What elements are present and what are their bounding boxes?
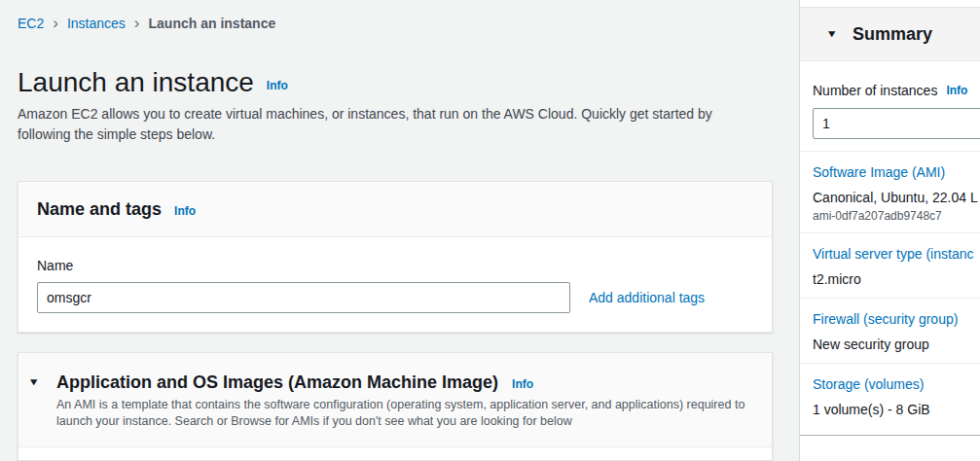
page-title-row: Launch an instance Info [18,68,773,97]
summary-storage-block: Storage (volumes) 1 volume(s) - 8 GiB [800,364,980,428]
main-content: EC2 › Instances › Launch an instance Lau… [18,0,773,461]
summary-panel-content: Number of instances Info Software Image … [800,61,980,436]
summary-panel: ▼ Summary Number of instances Info Softw… [799,0,980,461]
caret-down-icon: ▼ [826,29,841,39]
ami-section-description: An AMI is a template that contains the s… [56,397,753,429]
software-image-link[interactable]: Software Image (AMI) [813,162,980,182]
summary-software-image-block: Software Image (AMI) Canonical, Ubuntu, … [800,152,980,233]
number-of-instances-input[interactable] [813,108,980,139]
name-and-tags-header: Name and tags Info [18,182,772,237]
virtual-server-type-value: t2.micro [813,269,980,289]
chevron-right-icon: › [134,15,140,31]
ami-section-title: Application and OS Images (Amazon Machin… [56,372,498,393]
page-title: Launch an instance [18,68,254,97]
ami-section: ▼ Application and OS Images (Amazon Mach… [18,352,773,461]
storage-link[interactable]: Storage (volumes) [813,374,980,394]
firewall-link[interactable]: Firewall (security group) [813,309,980,329]
breadcrumb-link-ec2[interactable]: EC2 [18,16,44,31]
page-description: Amazon EC2 allows you to create virtual … [18,104,745,145]
number-of-instances-block: Number of instances Info [800,61,980,152]
add-additional-tags-link[interactable]: Add additional tags [589,290,705,305]
name-and-tags-body: Name Add additional tags [18,237,772,332]
storage-value: 1 volume(s) - 8 GiB [813,400,980,419]
ec2-launch-instance-page: EC2 › Instances › Launch an instance Lau… [0,0,980,461]
breadcrumb: EC2 › Instances › Launch an instance [18,0,773,33]
summary-panel-footer [800,436,980,460]
name-field-label: Name [37,258,753,274]
ami-id-text: ami-0df7a207adb9748c7 [813,208,980,224]
ami-section-info-link[interactable]: Info [512,377,533,391]
number-of-instances-info-link[interactable]: Info [946,81,967,100]
name-and-tags-title: Name and tags [37,198,162,220]
chevron-right-icon: › [53,15,58,31]
summary-card: ▼ Summary Number of instances Info Softw… [800,7,980,460]
firewall-value: New security group [813,335,980,354]
page-title-info-link[interactable]: Info [267,79,288,92]
virtual-server-type-link[interactable]: Virtual server type (instanc [813,244,980,264]
summary-title: Summary [853,23,932,45]
summary-firewall-block: Firewall (security group) New security g… [800,299,980,364]
ami-section-header[interactable]: ▼ Application and OS Images (Amazon Mach… [18,353,772,447]
breadcrumb-link-instances[interactable]: Instances [67,16,126,31]
number-of-instances-label: Number of instances [813,81,937,100]
caret-down-icon: ▼ [28,377,43,387]
summary-panel-header[interactable]: ▼ Summary [800,8,980,61]
ami-section-body [18,447,772,461]
breadcrumb-current: Launch an instance [149,16,276,31]
name-input[interactable] [37,282,570,313]
summary-server-type-block: Virtual server type (instanc t2.micro [800,233,980,299]
name-and-tags-section: Name and tags Info Name Add additional t… [18,181,773,333]
name-and-tags-info-link[interactable]: Info [174,204,196,218]
software-image-value: Canonical, Ubuntu, 22.04 L [813,188,980,207]
